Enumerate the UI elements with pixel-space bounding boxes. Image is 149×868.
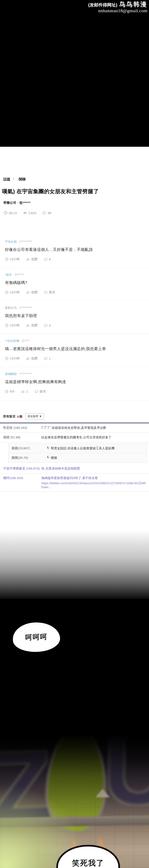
post-time: 09.13 <box>4 211 17 215</box>
comment-bubble-icon <box>35 390 38 393</box>
clock-icon <box>5 357 8 360</box>
comment-time: 13小時 <box>5 356 20 361</box>
row-text: 厂厂厂,你就當你祖先在幫你,及早發現及早治療 <box>41 426 147 430</box>
like-button[interactable]: 按讚 <box>26 323 37 328</box>
breadcrumb-current[interactable]: 閒聊 <box>19 177 26 182</box>
watermark-brand: 鸟鸟韩漫 <box>119 1 147 8</box>
table-row: 嗯嗯 (51.89) 比起會在這裡發廢文的國考生,公司主管當然好多了 <box>0 433 149 442</box>
thumbs-up-icon <box>26 323 30 327</box>
thumbs-up-icon <box>26 290 30 294</box>
comment-text: 有無碼版嗎? <box>5 280 144 285</box>
comment-author: **自生財團· 日**** <box>5 339 144 343</box>
like-button[interactable]: 按讚 <box>26 356 37 361</box>
row-text: 哇,光看身材根本就是曉騎愛 <box>41 467 147 471</box>
comment-text: 我也想有桌下助理 <box>5 313 144 318</box>
comment-item: 裝備輔助· !********** 這就是標準韓女啊,想爽就爽有夠渣 6分 1 … <box>0 367 149 401</box>
breadcrumb-root[interactable]: 話題 <box>3 177 10 182</box>
all-comments-label: 所有留言 <box>3 414 16 418</box>
comment-text: 這就是標準韓女啊,想爽就爽有夠渣 <box>5 379 144 384</box>
reply-button[interactable]: 留言 <box>44 290 55 294</box>
thumbs-up-icon <box>21 390 25 393</box>
comment-meta: 13小時 按讚 6 <box>5 257 144 261</box>
clock-icon <box>5 323 8 327</box>
comment-bubble-icon <box>44 323 48 327</box>
eye-icon <box>23 211 27 215</box>
row-text: ┗嘖嘖 <box>47 456 145 460</box>
reply-button[interactable]: 留言 <box>35 390 46 394</box>
comment-author-team: *超市 <box>5 273 12 276</box>
clock-icon <box>5 390 8 393</box>
post-comment-count: 38 <box>42 211 51 215</box>
comment-text: 嘖…老實說這種身材光一個男人是沒法滿足的,我也要上車 <box>5 346 144 351</box>
comment-text: 好像在公司有看過這個人…又好像不是，不能亂說 <box>5 247 144 252</box>
comment-author-id: · j********** <box>18 306 32 309</box>
table-row: 嗯哼(156.324) 無碼版和更新照都放到X特了,還不快去看 https://… <box>0 473 149 492</box>
post-author: 野雞公司 · 批****** <box>3 201 149 205</box>
post-views: 2,623 <box>23 211 36 215</box>
comment-author: 新創公司· j********** <box>5 306 144 310</box>
reply-row: 圓圓(23,607) ┗幫渣女說話,你這種人以後會變成工具人提款機 <box>8 444 147 453</box>
row-text: 無碼版和更新照都放到X特了,還不快去看 https://twitter.com/… <box>41 476 147 489</box>
speech-bubble-hehe: 呵呵呵 <box>12 622 61 653</box>
clock-icon <box>4 211 7 215</box>
comment-meta: 6分 1 留言 <box>5 390 144 394</box>
comment-meta: 13小時 按讚 留言 <box>5 290 144 294</box>
chevron-right-icon: 〉 <box>13 177 16 182</box>
post-meta: 09.13 2,623 38 <box>4 211 149 215</box>
comment-author-id: · !********** <box>18 372 32 375</box>
comment-time: 13小時 <box>5 290 20 294</box>
row-author: 嗯嗯 (51.89) <box>3 435 41 439</box>
comment-bubble-icon <box>42 211 46 215</box>
like-button[interactable]: 按讚 <box>26 257 37 261</box>
twitter-link[interactable]: https://twitter.com/roEhd123/status/1616… <box>41 481 147 489</box>
comment-item: 宇宙企劃· j********** 好像在公司有看過這個人…又好像不是，不能亂說… <box>0 235 149 268</box>
comment-author-id: · j********** <box>18 240 32 243</box>
comment-author-team: 宇宙企劃 <box>5 240 17 243</box>
watermark-badge: {发邮件得网址} <box>88 2 117 7</box>
like-button[interactable]: 1 <box>21 390 28 393</box>
row-author: 宇宙半導體暴漲 (190.873) <box>3 467 41 471</box>
comment-bubble-icon <box>44 290 48 294</box>
comment-item: 新創公司· j********** 我也想有桌下助理 13小時 按讚 3 <box>0 301 149 334</box>
webtoon-page: {发邮件得网址} 鸟鸟韩漫 nnhanman18@gmail.com 話題 〉 … <box>0 0 149 868</box>
watermark-email: nnhanman18@gmail.com <box>88 8 147 13</box>
comment-table-header: 所有留言 8 個 留言順序 ▼ <box>3 413 149 420</box>
comment-time: 13小時 <box>5 323 20 328</box>
row-author: 野蛋橙 (185.243) <box>3 426 41 430</box>
comment-time: 13小時 <box>5 257 20 261</box>
reply-group: 圓圓(23,607) ┗幫渣女說話,你這種人以後會變成工具人提款機 圈圈(35.… <box>8 443 147 463</box>
comment-author: *超市· S****** <box>5 273 144 277</box>
reply-arrow-icon: ┗ <box>47 446 49 450</box>
comment-bubble-icon <box>44 357 48 360</box>
comment-meta: 13小時 按讚 3 <box>5 323 144 328</box>
comment-author-id: · 日**** <box>20 339 30 342</box>
like-button[interactable]: 按讚 <box>26 290 37 294</box>
reply-button[interactable]: 6 <box>44 257 51 261</box>
comment-author-team: 新創公司 <box>5 306 17 309</box>
comment-list: 宇宙企劃· j********** 好像在公司有看過這個人…又好像不是，不能亂說… <box>0 235 149 401</box>
watermark: {发邮件得网址} 鸟鸟韩漫 nnhanman18@gmail.com <box>88 1 147 13</box>
comment-time: 6分 <box>5 390 15 394</box>
clock-icon <box>5 290 8 294</box>
sort-order-dropdown[interactable]: 留言順序 ▼ <box>25 413 44 420</box>
comment-author-id: · S****** <box>13 273 24 276</box>
reply-button[interactable]: 1 <box>44 357 51 360</box>
reply-arrow-icon: ┗ <box>47 456 49 459</box>
comment-author: 裝備輔助· !********** <box>5 372 144 376</box>
comment-count-unit: 個 <box>19 414 22 418</box>
sign-letter-z: Z <box>0 736 54 835</box>
reply-row: 圈圈(35.70) ┗嘖嘖 <box>8 453 147 463</box>
reply-button[interactable]: 3 <box>44 323 51 327</box>
sign-ledge <box>0 815 149 828</box>
thumbs-up-icon <box>26 257 30 261</box>
sign-letter-u: U <box>103 736 149 819</box>
sign-triangle-shape <box>96 788 110 797</box>
comment-bubble-icon <box>44 257 48 261</box>
breadcrumb: 話題 〉 閒聊 <box>3 177 149 182</box>
comment-author-team: 裝備輔助 <box>5 372 17 375</box>
row-text: 比起會在這裡發廢文的國考生,公司主管當然好多了 <box>41 435 147 439</box>
comment-author: 宇宙企劃· j********** <box>5 240 144 244</box>
clock-icon <box>5 257 8 261</box>
sign-leaf-shape <box>44 736 108 835</box>
row-author: 圓圓(23,607) <box>11 446 47 450</box>
